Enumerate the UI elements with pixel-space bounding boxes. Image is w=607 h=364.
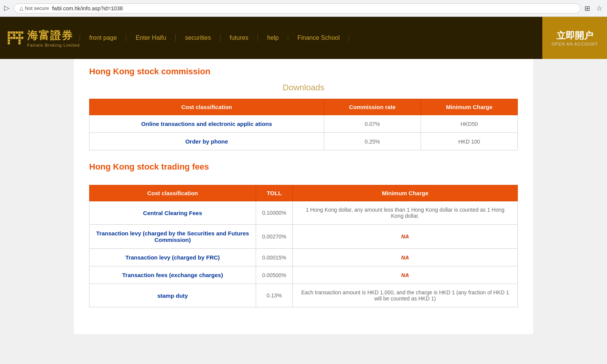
trading-fees-row: Transaction levy (charged by FRC) 0.0001…	[90, 249, 518, 266]
trading-label-4: stamp duty	[90, 284, 256, 307]
trading-toll-2: 0.00015%	[256, 249, 292, 266]
trading-fees-header-row: Cost classification TOLL Minimum Charge	[90, 185, 518, 201]
trading-min-charge-4: Each transaction amount is HKD 1,000, an…	[292, 284, 517, 307]
commission-table-row: Order by phone 0.25% HKD 100	[90, 133, 518, 150]
url-text: fwbl.com.hk/info.asp?id=1038	[52, 5, 123, 11]
trading-min-charge-1: NA	[292, 225, 517, 249]
logo-area: 海富證券 Fairwin Broking Limited	[8, 28, 80, 47]
commission-rate-0: 0.07%	[324, 115, 421, 133]
trading-label-3: Transaction fees (exchange charges)	[90, 266, 256, 284]
nav-futures[interactable]: futures	[220, 34, 258, 41]
logo-grid-icon	[8, 31, 23, 44]
commission-table: Cost classification Commission rate Mini…	[89, 99, 518, 150]
trading-label-2: Transaction levy (charged by FRC)	[90, 249, 256, 266]
security-indicator: △ Not secure	[20, 5, 49, 11]
page-content: Hong Kong stock commission Downloads Cos…	[74, 59, 533, 334]
triangle-icon: △	[20, 5, 23, 11]
nav-help[interactable]: help	[258, 34, 288, 41]
nav-front-page[interactable]: front page	[80, 34, 126, 41]
hk-commission-section: Hong Kong stock commission Downloads Cos…	[89, 67, 518, 150]
security-label: Not secure	[25, 5, 49, 11]
commission-label-0: Online transactions and electronic appli…	[90, 115, 324, 133]
trading-toll-0: 0.10000%	[256, 201, 292, 225]
translate-icon[interactable]: ⊞	[584, 4, 590, 13]
commission-col-classification: Cost classification	[90, 99, 324, 115]
trading-col-min-charge: Minimum Charge	[292, 185, 517, 201]
trading-fees-row: stamp duty 0.13% Each transaction amount…	[90, 284, 518, 307]
browser-bar: △ △ Not secure fwbl.com.hk/info.asp?id=1…	[0, 0, 607, 17]
open-account-chinese: 立即開户	[556, 29, 593, 42]
trading-toll-4: 0.13%	[256, 284, 292, 307]
trading-label-1: Transaction levy (charged by the Securit…	[90, 225, 256, 249]
nav-securities[interactable]: securities	[176, 34, 220, 41]
trading-fees-table: Cost classification TOLL Minimum Charge …	[89, 185, 518, 307]
trading-col-classification: Cost classification	[90, 185, 256, 201]
trading-fees-row: Transaction fees (exchange charges) 0.00…	[90, 266, 518, 284]
open-account-button[interactable]: 立即開户 OPEN AN ACCOUNT	[542, 17, 607, 59]
commission-col-min-charge: Minimum Charge	[421, 99, 517, 115]
commission-label-1: Order by phone	[90, 133, 324, 150]
trading-min-charge-3: NA	[292, 266, 517, 284]
logo-english: Fairwin Broking Limited	[27, 43, 80, 47]
browser-icons: ⊞ ☆	[584, 4, 602, 13]
commission-rate-1: 0.25%	[324, 133, 421, 150]
trading-fees-row: Central Clearing Fees 0.10000% 1 Hong Ko…	[90, 201, 518, 225]
trading-toll-1: 0.00270%	[256, 225, 292, 249]
commission-min-charge-0: HKD50	[421, 115, 517, 133]
open-account-english: OPEN AN ACCOUNT	[552, 42, 598, 46]
address-bar[interactable]: △ Not secure fwbl.com.hk/info.asp?id=103…	[14, 3, 581, 13]
commission-min-charge-1: HKD 100	[421, 133, 517, 150]
downloads-subtitle: Downloads	[89, 83, 518, 93]
trading-fees-row: Transaction levy (charged by the Securit…	[90, 225, 518, 249]
commission-col-rate: Commission rate	[324, 99, 421, 115]
logo-chinese: 海富證券	[27, 28, 80, 43]
hk-commission-title: Hong Kong stock commission	[89, 67, 518, 77]
navbar: 海富證券 Fairwin Broking Limited front page …	[0, 17, 607, 59]
nav-enter-haifu[interactable]: Enter Haifu	[126, 34, 176, 41]
trading-toll-3: 0.00500%	[256, 266, 292, 284]
commission-table-header-row: Cost classification Commission rate Mini…	[90, 99, 518, 115]
commission-table-row: Online transactions and electronic appli…	[90, 115, 518, 133]
bookmark-icon[interactable]: ☆	[596, 4, 602, 13]
hk-trading-fees-title: Hong Kong stock trading fees	[89, 162, 518, 172]
trading-min-charge-2: NA	[292, 249, 517, 266]
logo-text: 海富證券 Fairwin Broking Limited	[27, 28, 80, 47]
nav-finance-school[interactable]: Finance School	[288, 34, 349, 41]
trading-min-charge-0: 1 Hong Kong dollar, any amount less than…	[292, 201, 517, 225]
hk-trading-fees-section: Hong Kong stock trading fees Cost classi…	[89, 162, 518, 307]
trading-label-0: Central Clearing Fees	[90, 201, 256, 225]
nav-links: front page Enter Haifu securities future…	[80, 34, 542, 41]
trading-col-toll: TOLL	[256, 185, 292, 201]
back-button[interactable]: △	[3, 6, 11, 11]
